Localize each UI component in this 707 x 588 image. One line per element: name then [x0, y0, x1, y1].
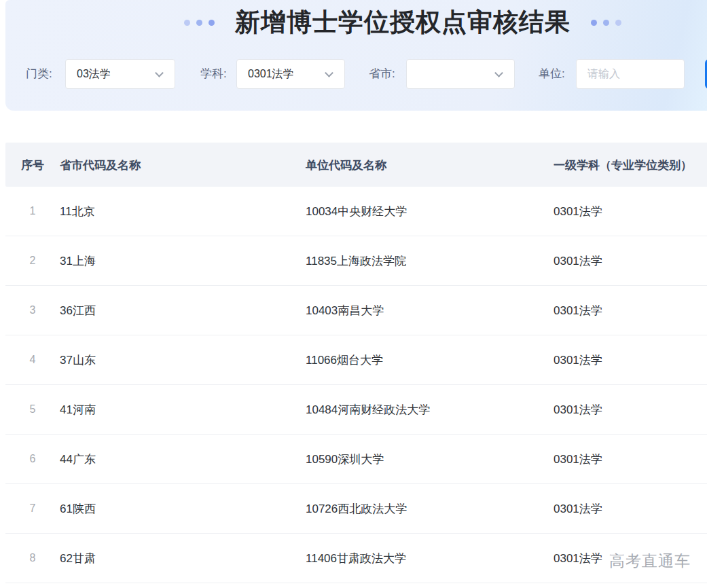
cell-unit: 10484河南财经政法大学: [306, 402, 430, 418]
cell-unit: 11066烟台大学: [306, 352, 383, 368]
table-row: 111北京10034中央财经大学0301法学: [5, 187, 707, 236]
hero-panel: 新增博士学位授权点审核结果 门类: 03法学 学科: 0301法学 省市: 单位…: [5, 0, 707, 111]
cell-unit: 11835上海政法学院: [306, 253, 406, 269]
cell-unit: 11406甘肃政法大学: [306, 551, 406, 566]
cell-index: 3: [15, 304, 50, 316]
title-decoration-dots-left: [184, 20, 215, 26]
header-index: 序号: [15, 157, 50, 172]
cell-index: 5: [15, 403, 50, 416]
header-province: 省市代码及名称: [60, 157, 141, 172]
chevron-down-icon: [494, 69, 503, 77]
cell-index: 1: [15, 205, 50, 217]
cell-unit: 10403南昌大学: [306, 303, 384, 318]
cell-subject: 0301法学: [554, 402, 602, 418]
title-decoration-dots-right: [591, 20, 621, 26]
table-body: 111北京10034中央财经大学0301法学231上海11835上海政法学院03…: [5, 187, 707, 583]
dot-icon: [603, 20, 609, 26]
cell-unit: 10034中央财经大学: [306, 204, 407, 219]
cell-province: 61陕西: [60, 501, 96, 517]
table-row: 541河南10484河南财经政法大学0301法学: [5, 385, 707, 435]
table-row: 761陕西10726西北政法大学0301法学: [5, 484, 707, 534]
cell-subject: 0301法学: [554, 352, 602, 368]
table-row: 644广东10590深圳大学0301法学: [5, 435, 707, 484]
cell-province: 41河南: [60, 402, 96, 418]
cell-index: 8: [15, 552, 50, 564]
cell-unit: 10726西北政法大学: [306, 501, 407, 517]
cell-subject: 0301法学: [554, 452, 602, 467]
table-row: 231上海11835上海政法学院0301法学: [5, 236, 707, 286]
table-row: 862甘肃11406甘肃政法大学0301法学: [5, 534, 707, 583]
cell-index: 4: [15, 354, 50, 366]
cell-unit: 10590深圳大学: [306, 452, 384, 467]
cell-province: 36江西: [60, 303, 96, 318]
header-unit: 单位代码及名称: [306, 157, 386, 172]
discipline-select[interactable]: 0301法学: [236, 59, 345, 89]
table-row: 336江西10403南昌大学0301法学: [5, 286, 707, 335]
cell-province: 44广东: [60, 452, 96, 467]
chevron-down-icon: [325, 69, 333, 77]
cell-subject: 0301法学: [554, 253, 602, 269]
dot-icon: [196, 20, 202, 26]
unit-input[interactable]: [576, 59, 685, 89]
cell-index: 2: [15, 255, 50, 267]
chevron-down-icon: [155, 69, 164, 77]
page-title: 新增博士学位授权点审核结果: [235, 5, 570, 39]
cell-subject: 0301法学: [554, 303, 602, 318]
cell-province: 37山东: [60, 352, 96, 368]
cell-subject: 0301法学: [554, 501, 602, 517]
category-select[interactable]: 03法学: [65, 59, 175, 89]
table-header: 序号 省市代码及名称 单位代码及名称 一级学科（专业学位类别）: [5, 143, 707, 187]
discipline-select-value: 0301法学: [237, 67, 326, 81]
dot-icon: [184, 20, 190, 26]
cell-index: 7: [15, 502, 50, 515]
cell-index: 6: [15, 453, 50, 465]
discipline-filter-label: 学科:: [200, 59, 227, 89]
cell-subject: 0301法学: [554, 204, 602, 219]
province-select[interactable]: [406, 59, 515, 89]
dot-icon: [209, 20, 215, 26]
category-select-value: 03法学: [66, 67, 156, 81]
watermark: 高考直通车: [609, 551, 691, 572]
header-subject: 一级学科（专业学位类别）: [554, 157, 692, 172]
cell-province: 31上海: [60, 253, 96, 269]
cell-province: 11北京: [60, 204, 95, 219]
dot-icon: [591, 20, 597, 26]
unit-filter-label: 单位:: [539, 59, 565, 89]
table-row: 437山东11066烟台大学0301法学: [5, 335, 707, 385]
cell-province: 62甘肃: [60, 551, 96, 566]
category-filter-label: 门类:: [26, 59, 52, 89]
province-filter-label: 省市:: [369, 59, 395, 89]
page: 新增博士学位授权点审核结果 门类: 03法学 学科: 0301法学 省市: 单位…: [0, 0, 707, 588]
title-row: 新增博士学位授权点审核结果: [107, 7, 698, 38]
dot-icon: [615, 20, 621, 26]
cell-subject: 0301法学: [554, 551, 602, 566]
